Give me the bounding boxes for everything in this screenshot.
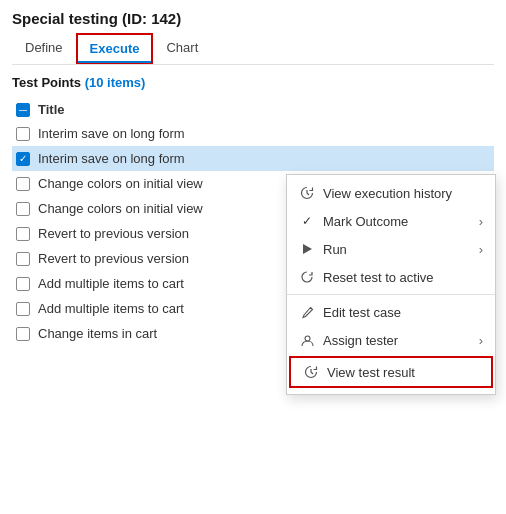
row-checkbox[interactable] [16,252,30,266]
menu-item-run[interactable]: Run › [287,235,495,263]
item-count: (10 items) [85,75,146,90]
edit-icon [299,304,315,320]
list-header: Title [12,98,494,121]
chevron-right-icon: › [479,333,483,348]
play-icon [299,241,315,257]
row-checkbox[interactable] [16,202,30,216]
tab-define[interactable]: Define [12,33,76,64]
menu-label: Edit test case [323,305,401,320]
menu-divider [287,294,495,295]
tab-chart[interactable]: Chart [153,33,211,64]
tabs-bar: Define Execute Chart [12,33,494,65]
row-checkbox[interactable] [16,177,30,191]
menu-item-mark-outcome[interactable]: ✓ Mark Outcome › [287,207,495,235]
table-row[interactable]: Interim save on long form View execution… [12,146,494,171]
row-label: Interim save on long form [38,126,185,141]
menu-item-view-history[interactable]: View execution history [287,179,495,207]
chevron-right-icon: › [479,214,483,229]
context-menu: View execution history ✓ Mark Outcome › [286,174,496,395]
menu-item-reset[interactable]: Reset test to active [287,263,495,291]
row-checkbox[interactable] [16,227,30,241]
svg-marker-0 [303,244,312,254]
chevron-right-icon: › [479,242,483,257]
menu-label: Reset test to active [323,270,434,285]
page-container: Special testing (ID: 142) Define Execute… [0,0,506,514]
row-checkbox[interactable] [16,127,30,141]
row-label: Add multiple items to cart [38,276,184,291]
table-row[interactable]: Interim save on long form [12,121,494,146]
reset-icon [299,269,315,285]
row-label: Add multiple items to cart [38,301,184,316]
test-list: Title Interim save on long form Interim … [12,98,494,346]
row-label: Change colors on initial view [38,176,203,191]
row-label: Change items in cart [38,326,157,341]
row-label: Revert to previous version [38,226,189,241]
header: Special testing (ID: 142) Define Execute… [0,0,506,65]
svg-point-1 [305,336,310,341]
person-icon [299,332,315,348]
menu-label: View execution history [323,186,452,201]
section-title: Test Points (10 items) [12,75,494,90]
menu-item-assign[interactable]: Assign tester › [287,326,495,354]
menu-item-view-result[interactable]: View test result [289,356,493,388]
tab-execute[interactable]: Execute [76,33,154,64]
check-icon: ✓ [299,213,315,229]
row-checkbox[interactable] [16,302,30,316]
menu-label: Assign tester [323,333,398,348]
history-icon [299,185,315,201]
header-checkbox[interactable] [16,103,30,117]
menu-label: Run [323,242,347,257]
row-label: Interim save on long form [38,151,185,166]
column-title: Title [38,102,65,117]
row-checkbox[interactable] [16,277,30,291]
content-area: Test Points (10 items) Title Interim sav… [0,65,506,356]
page-title: Special testing (ID: 142) [12,10,494,27]
menu-label: Mark Outcome [323,214,408,229]
row-label: Revert to previous version [38,251,189,266]
menu-item-edit[interactable]: Edit test case [287,298,495,326]
row-checkbox[interactable] [16,327,30,341]
menu-label: View test result [327,365,415,380]
result-icon [303,364,319,380]
row-checkbox[interactable] [16,152,30,166]
row-label: Change colors on initial view [38,201,203,216]
